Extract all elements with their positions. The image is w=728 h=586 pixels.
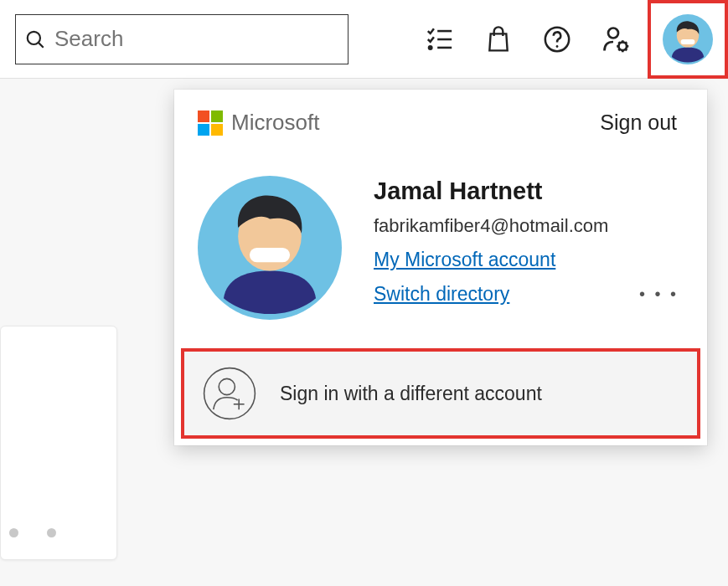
flyout-header: Microsoft Sign out xyxy=(174,90,707,147)
marketplace-button[interactable] xyxy=(480,21,517,58)
svg-point-3 xyxy=(28,31,40,44)
person-gear-icon xyxy=(601,24,631,54)
pagination-dots xyxy=(9,528,56,537)
svg-point-10 xyxy=(556,45,559,48)
search-box[interactable] xyxy=(15,14,349,64)
svg-point-21 xyxy=(204,368,256,419)
person-plus-icon xyxy=(203,367,256,420)
shopping-bag-icon xyxy=(485,24,512,54)
svg-line-17 xyxy=(618,42,620,44)
svg-line-19 xyxy=(618,49,620,50)
work-items-button[interactable] xyxy=(421,21,458,58)
signout-link[interactable]: Sign out xyxy=(600,111,677,135)
avatar-icon xyxy=(663,14,713,64)
checklist-icon xyxy=(425,25,455,54)
settings-button[interactable] xyxy=(597,21,634,58)
toolbar xyxy=(0,0,728,79)
flyout-body: Jamal Hartnett fabrikamfiber4@hotmail.co… xyxy=(174,147,707,343)
user-email: fabrikamfiber4@hotmail.com xyxy=(374,215,684,237)
svg-line-20 xyxy=(626,42,627,44)
svg-point-11 xyxy=(608,28,618,38)
dot[interactable] xyxy=(9,528,18,537)
svg-line-4 xyxy=(39,43,44,48)
microsoft-logo-icon xyxy=(198,111,223,136)
content-area: Microsoft Sign out Jamal Hartnett fabrik… xyxy=(0,79,728,586)
add-account-label: Sign in with a different account xyxy=(280,383,542,405)
help-button[interactable] xyxy=(539,21,576,58)
search-input[interactable] xyxy=(54,26,339,52)
more-options-button[interactable]: • • • xyxy=(639,285,684,304)
switch-directory-link[interactable]: Switch directory xyxy=(374,283,509,306)
svg-point-22 xyxy=(219,378,235,394)
user-name: Jamal Hartnett xyxy=(374,177,684,205)
account-flyout: Microsoft Sign out Jamal Hartnett fabrik… xyxy=(174,90,707,445)
sign-in-different-account-button[interactable]: Sign in with a different account xyxy=(181,348,700,439)
search-icon xyxy=(24,28,46,50)
dot[interactable] xyxy=(47,528,56,537)
microsoft-brand: Microsoft xyxy=(198,110,319,136)
brand-label: Microsoft xyxy=(231,110,319,136)
svg-point-7 xyxy=(429,46,431,49)
my-account-link[interactable]: My Microsoft account xyxy=(374,249,555,271)
user-info: Jamal Hartnett fabrikamfiber4@hotmail.co… xyxy=(374,176,684,320)
avatar-large-icon xyxy=(198,176,342,320)
card-fragment xyxy=(0,326,117,560)
svg-point-12 xyxy=(618,42,627,50)
svg-line-18 xyxy=(626,49,627,50)
help-icon xyxy=(543,25,571,54)
profile-avatar-button[interactable] xyxy=(648,0,728,79)
